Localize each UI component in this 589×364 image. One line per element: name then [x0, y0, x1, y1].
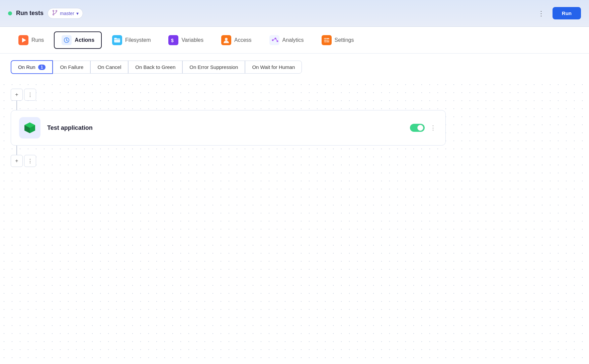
- tab-variables-label: Variables: [181, 37, 203, 43]
- subtab-on-failure[interactable]: On Failure: [53, 61, 90, 74]
- tab-access[interactable]: Access: [214, 31, 259, 49]
- chevron-down-icon: ▾: [76, 11, 79, 16]
- subtab-on-cancel-label: On Cancel: [97, 64, 121, 70]
- svg-point-25: [327, 39, 328, 41]
- action-card-title: Test application: [47, 124, 403, 131]
- subtab-bar: On Run 1 On Failure On Cancel On Back to…: [0, 54, 589, 81]
- branch-selector[interactable]: master ▾: [48, 8, 83, 19]
- action-card-icon: [19, 117, 40, 139]
- add-action-button-bottom[interactable]: +: [11, 155, 23, 167]
- access-icon: [221, 35, 232, 46]
- app-title: Run tests: [16, 10, 44, 17]
- add-action-button-top[interactable]: +: [11, 89, 23, 101]
- on-run-badge: 1: [38, 65, 46, 70]
- svg-point-17: [276, 40, 278, 42]
- subtab-on-back-to-green-label: On Back to Green: [135, 64, 175, 70]
- svg-point-6: [66, 39, 67, 40]
- subtab-on-error-suppression[interactable]: On Error Suppression: [182, 61, 245, 74]
- svg-rect-22: [324, 40, 329, 40]
- tab-access-label: Access: [234, 37, 252, 43]
- svg-point-13: [225, 38, 228, 40]
- subtab-on-cancel[interactable]: On Cancel: [90, 61, 128, 74]
- settings-icon: [321, 35, 332, 46]
- tab-variables[interactable]: $ Variables: [161, 31, 211, 49]
- top-bar-right: ⋮ Run: [535, 7, 581, 19]
- svg-point-1: [56, 10, 57, 11]
- action-card-right: ⋮: [410, 123, 437, 133]
- svg-point-2: [53, 14, 54, 15]
- subtab-on-run[interactable]: On Run 1: [11, 60, 53, 74]
- svg-rect-9: [114, 38, 117, 39]
- actions-icon: [61, 35, 72, 46]
- subtab-on-run-label: On Run: [18, 64, 35, 70]
- subtab-on-back-to-green[interactable]: On Back to Green: [128, 61, 182, 74]
- menu-action-button-top[interactable]: ⋮: [24, 89, 36, 101]
- connector-line-bottom: [16, 146, 17, 155]
- tab-filesystem[interactable]: Filesystem: [104, 31, 158, 49]
- tab-filesystem-label: Filesystem: [125, 37, 151, 43]
- action-toggle[interactable]: [410, 124, 425, 132]
- bottom-action-btn-group: + ⋮: [11, 155, 36, 167]
- action-card-menu-button[interactable]: ⋮: [429, 123, 437, 133]
- tab-actions-label: Actions: [75, 37, 94, 43]
- analytics-icon: [269, 35, 280, 46]
- top-action-btn-group: + ⋮: [11, 89, 36, 101]
- run-button[interactable]: Run: [553, 7, 581, 19]
- variables-icon: $: [168, 35, 179, 46]
- subtab-on-wait-for-human[interactable]: On Wait for Human: [245, 61, 302, 74]
- subtab-on-failure-label: On Failure: [60, 64, 83, 70]
- toggle-knob: [417, 125, 423, 131]
- svg-rect-23: [324, 41, 329, 42]
- connector-line-top: [16, 101, 17, 110]
- tab-settings[interactable]: Settings: [314, 31, 361, 49]
- branch-name: master: [60, 11, 74, 16]
- canvas-area: + ⋮ Test application: [0, 81, 589, 364]
- tab-runs-label: Runs: [31, 37, 44, 43]
- more-options-button[interactable]: ⋮: [535, 8, 547, 19]
- svg-rect-21: [324, 38, 329, 39]
- tab-actions[interactable]: Actions: [54, 31, 102, 49]
- subtab-on-error-suppression-label: On Error Suppression: [189, 64, 238, 70]
- menu-action-button-bottom[interactable]: ⋮: [24, 155, 36, 167]
- action-card: Test application ⋮: [11, 110, 446, 146]
- top-bar: Run tests master ▾ ⋮ Run: [0, 0, 589, 27]
- top-bar-left: Run tests master ▾: [8, 8, 83, 19]
- tab-analytics-label: Analytics: [282, 37, 304, 43]
- tab-runs[interactable]: Runs: [11, 31, 51, 49]
- svg-rect-14: [269, 35, 279, 45]
- tab-settings-label: Settings: [335, 37, 354, 43]
- svg-point-24: [325, 38, 326, 39]
- main-content: Runs Actions: [0, 27, 589, 364]
- filesystem-icon: [112, 35, 122, 46]
- runs-icon: [18, 35, 29, 46]
- tab-navigation: Runs Actions: [0, 27, 589, 54]
- svg-point-0: [53, 10, 54, 11]
- branch-icon: [52, 10, 58, 17]
- subtab-on-wait-for-human-label: On Wait for Human: [252, 64, 295, 70]
- tab-analytics[interactable]: Analytics: [262, 31, 311, 49]
- svg-text:$: $: [171, 38, 174, 43]
- status-dot: [8, 11, 12, 15]
- svg-point-26: [325, 41, 326, 42]
